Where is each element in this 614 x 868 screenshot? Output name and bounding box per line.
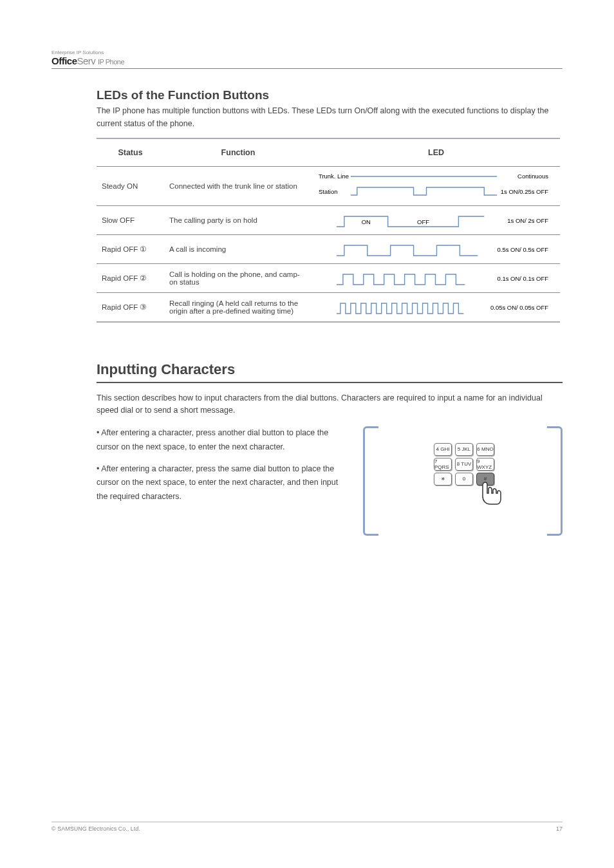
key-7: 7 PQRS: [434, 458, 452, 471]
bracket-right-icon: [547, 426, 563, 536]
waveform-icon: ON OFF 1s ON/ 2s OFF: [317, 210, 555, 231]
lbl-on: ON: [362, 218, 371, 225]
lbl-1s: 1s ON/0.25s OFF: [501, 188, 548, 195]
lbl-1s2s: 1s ON/ 2s OFF: [507, 217, 548, 224]
figure-row: • After entering a character, press anot…: [97, 426, 563, 536]
intro-text: The IP phone has multiple function butto…: [97, 105, 563, 130]
lbl-05s: 0.5s ON/ 0.5s OFF: [498, 246, 549, 253]
hand-pointer-icon: [475, 480, 507, 512]
th-led: LED: [312, 138, 560, 167]
row2-status: Rapid OFF ①: [97, 235, 164, 264]
header-logo: Enterprise IP Solutions OfficeServ IP Ph…: [51, 50, 563, 66]
waveform-icon: 0.05s ON/ 0.05s OFF: [317, 297, 555, 317]
key-9: 9 WXYZ: [476, 458, 494, 471]
row1-led: ON OFF 1s ON/ 2s OFF: [312, 206, 560, 235]
led-table: Status Function LED Steady ON Connected …: [97, 138, 560, 323]
bullet-b: • After entering a character, press the …: [97, 462, 348, 505]
lbl-station: Station: [319, 188, 337, 195]
page: Enterprise IP Solutions OfficeServ IP Ph…: [0, 0, 614, 536]
row4-led: 0.05s ON/ 0.05s OFF: [312, 293, 560, 323]
logo-subtitle: Enterprise IP Solutions: [51, 50, 563, 56]
header-rule: [51, 68, 563, 69]
logo-main: OfficeServ IP Phone: [51, 56, 563, 67]
row3-status: Rapid OFF ②: [97, 264, 164, 293]
th-function: Function: [164, 138, 312, 167]
key-5: 5 JKL: [455, 443, 473, 456]
waveform-icon: 0.1s ON/ 0.1s OFF: [317, 268, 555, 288]
row1-func: The calling party is on hold: [164, 206, 312, 235]
row4-func: Recall ringing (A held call returns to t…: [164, 293, 312, 323]
lbl-01s: 0.1s ON/ 0.1s OFF: [498, 275, 549, 282]
lbl-continuous: Continuous: [517, 173, 548, 180]
section-title-characters: Inputting Characters: [97, 361, 563, 383]
waveform-icon: 0.5s ON/ 0.5s OFF: [317, 239, 555, 259]
row3-func: Call is holding on the phone, and camp-o…: [164, 264, 312, 293]
row1-status: Slow OFF: [97, 206, 164, 235]
logo-ip: IP Phone: [98, 58, 124, 66]
key-6: 6 MNO: [476, 443, 494, 456]
row0-led: Trunk. Line Continuous Station 1s ON/0.2…: [312, 167, 560, 206]
logo-office: Office: [51, 55, 77, 66]
logo-serv: Serv: [77, 55, 96, 66]
row0-status: Steady ON: [97, 167, 164, 206]
char-intro: This section describes how to input char…: [97, 392, 563, 417]
footer-page-number: 17: [556, 826, 563, 832]
th-status: Status: [97, 138, 164, 167]
key-0: 0: [455, 473, 473, 486]
waveform-icon: Trunk. Line Continuous Station 1s ON/0.2…: [317, 171, 555, 202]
lbl-trunk: Trunk. Line: [319, 173, 349, 180]
section-title-leds: LEDs of the Function Buttons: [97, 88, 563, 102]
char-bullets: • After entering a character, press anot…: [97, 426, 348, 512]
footer-copyright: © SAMSUNG Electronics Co., Ltd.: [51, 826, 140, 832]
bracket-left-icon: [363, 426, 378, 536]
row2-led: 0.5s ON/ 0.5s OFF: [312, 235, 560, 264]
lbl-005s: 0.05s ON/ 0.05s OFF: [490, 304, 548, 311]
lbl-off: OFF: [417, 218, 429, 225]
keypad-figure: 4 GHI 5 JKL 6 MNO 7 PQRS 8 TUV 9 WXYZ ∗ …: [363, 426, 563, 536]
key-8: 8 TUV: [455, 458, 473, 471]
bullet-a: • After entering a character, press anot…: [97, 426, 348, 455]
row2-func: A call is incoming: [164, 235, 312, 264]
key-star: ∗: [434, 473, 452, 486]
key-4: 4 GHI: [434, 443, 452, 456]
footer: © SAMSUNG Electronics Co., Ltd. 17: [0, 822, 614, 832]
row3-led: 0.1s ON/ 0.1s OFF: [312, 264, 560, 293]
row0-func: Connected with the trunk line or station: [164, 167, 312, 206]
row4-status: Rapid OFF ③: [97, 293, 164, 323]
